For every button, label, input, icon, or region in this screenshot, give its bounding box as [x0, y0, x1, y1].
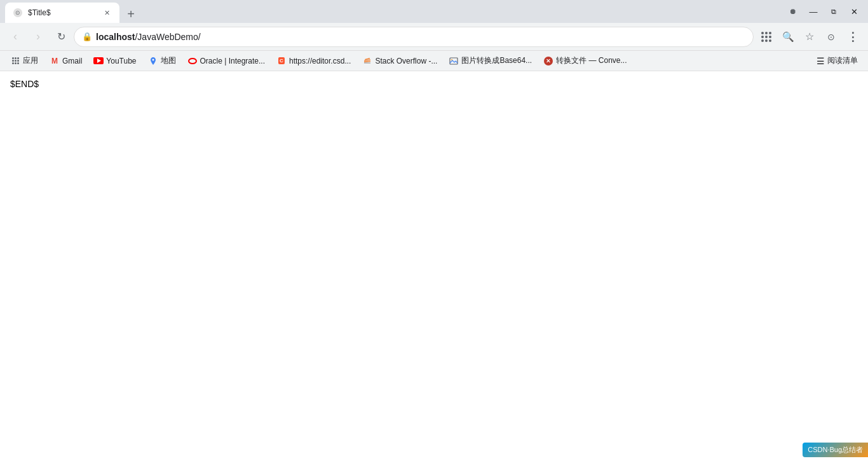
gmail-icon: M: [50, 56, 60, 66]
svg-point-3: [189, 59, 196, 64]
stackoverflow-icon: [362, 56, 372, 66]
apps-button[interactable]: [756, 27, 776, 47]
search-button[interactable]: 🔍: [778, 27, 798, 47]
bookmark-convert-label: 转换文件 — Conve...: [556, 55, 627, 66]
bookmark-oracle-label: Oracle | Integrate...: [200, 57, 266, 65]
new-tab-button[interactable]: +: [122, 5, 140, 23]
bookmark-youtube-label: YouTube: [106, 57, 136, 65]
bookmark-gmail-label: Gmail: [62, 57, 82, 65]
minimize-button[interactable]: —: [804, 3, 822, 20]
menu-button[interactable]: ⋮: [843, 27, 863, 47]
address-text: localhost/JavaWebDemo/: [96, 32, 745, 42]
back-button[interactable]: ‹: [5, 27, 25, 47]
titlebar: ⊙ $Title$ ✕ + ⏺ — ⧉ ✕: [0, 0, 868, 23]
csdn-badge[interactable]: CSDN·Bug总结者: [803, 443, 868, 457]
forward-button[interactable]: ›: [28, 27, 48, 47]
reload-button[interactable]: ↻: [51, 27, 71, 47]
nav-icons-right: 🔍 ☆ ⊙ ⋮: [756, 27, 863, 47]
reading-list-icon: ☰: [817, 56, 825, 66]
svg-point-2: [152, 59, 154, 60]
bookmarks-bar: 应用 M Gmail YouTube 地图 O: [0, 51, 868, 71]
bookmark-stackoverflow[interactable]: Stack Overflow -...: [357, 53, 442, 69]
bookmark-button[interactable]: ☆: [799, 27, 820, 47]
img2base64-icon: [449, 56, 459, 66]
bookmark-csdn-editor-label: https://editor.csd...: [289, 57, 351, 65]
reading-list-button[interactable]: ☰ 阅读清单: [811, 53, 863, 69]
active-tab[interactable]: ⊙ $Title$ ✕: [5, 3, 119, 23]
apps-grid-icon: [761, 32, 771, 42]
tab-close-button[interactable]: ✕: [102, 8, 112, 18]
profile-button[interactable]: ⊙: [821, 27, 841, 47]
svg-rect-8: [450, 58, 458, 64]
recording-indicator: ⏺: [784, 3, 802, 20]
apps-grid-bookmark-icon: [10, 56, 20, 66]
bookmark-img2base64[interactable]: 图片转换成Base64...: [444, 53, 537, 69]
window-controls: ⏺ — ⧉ ✕: [784, 3, 863, 20]
convert-icon: ✕: [543, 56, 553, 66]
bookmark-youtube[interactable]: YouTube: [88, 53, 141, 69]
tab-favicon-circle: ⊙: [13, 8, 22, 17]
maps-icon: [148, 56, 158, 66]
address-path: /JavaWebDemo/: [135, 32, 200, 42]
bookmark-stackoverflow-label: Stack Overflow -...: [375, 57, 437, 65]
csdn-badge-text: CSDN·Bug总结者: [808, 445, 863, 455]
bookmark-maps-label: 地图: [161, 55, 176, 66]
youtube-icon: [93, 56, 104, 66]
tab-favicon: ⊙: [13, 8, 23, 18]
security-icon: 🔒: [82, 32, 92, 41]
page-body-text: $END$: [10, 79, 39, 89]
page-content: $END$ CSDN·Bug总结者: [0, 71, 868, 467]
close-button[interactable]: ✕: [845, 3, 863, 20]
bookmark-csdn-editor[interactable]: C https://editor.csd...: [271, 53, 356, 69]
reading-list-label: 阅读清单: [827, 55, 858, 66]
bookmark-maps[interactable]: 地图: [143, 53, 181, 69]
address-bar[interactable]: 🔒 localhost/JavaWebDemo/: [74, 27, 754, 47]
address-host: localhost: [96, 32, 135, 42]
bookmark-apps-label: 应用: [23, 55, 38, 66]
navbar: ‹ › ↻ 🔒 localhost/JavaWebDemo/ 🔍 ☆ ⊙ ⋮: [0, 23, 868, 51]
bookmark-oracle[interactable]: Oracle | Integrate...: [182, 53, 271, 69]
bookmarks-bar-right: ☰ 阅读清单: [811, 53, 863, 69]
bookmark-img2base64-label: 图片转换成Base64...: [461, 55, 532, 66]
bookmark-gmail[interactable]: M Gmail: [44, 53, 87, 69]
bookmark-apps[interactable]: 应用: [5, 53, 43, 69]
csdn-editor-icon: C: [276, 56, 287, 66]
tab-title: $Title$: [28, 8, 97, 17]
oracle-icon: [187, 56, 198, 66]
tab-strip: ⊙ $Title$ ✕ +: [5, 0, 779, 23]
svg-rect-4: [364, 62, 370, 64]
restore-button[interactable]: ⧉: [825, 3, 843, 20]
bookmark-convert[interactable]: ✕ 转换文件 — Conve...: [538, 53, 632, 69]
